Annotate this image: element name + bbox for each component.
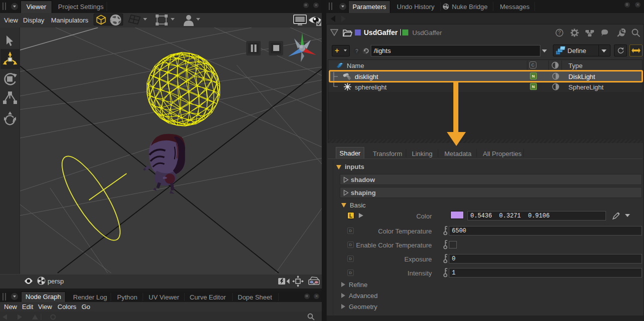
svg-text:?: ?	[355, 48, 358, 54]
svg-text:?: ?	[558, 30, 561, 36]
